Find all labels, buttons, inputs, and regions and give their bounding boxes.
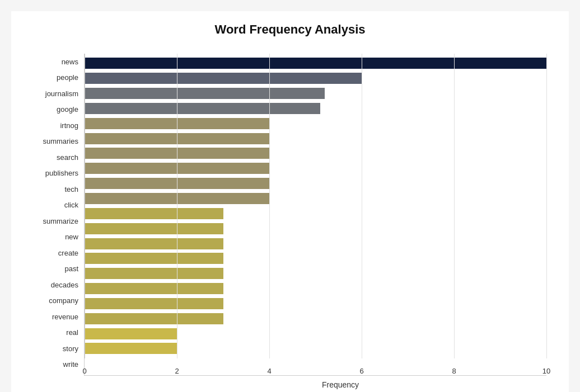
bar-row — [85, 162, 546, 174]
bars-rows — [85, 54, 546, 358]
bar — [85, 148, 269, 159]
x-tick-label: 8 — [452, 367, 456, 375]
bar-row — [85, 267, 546, 280]
bar — [85, 313, 223, 324]
y-label: real — [34, 325, 78, 341]
chart-title: Word Frequency Analysis — [34, 22, 546, 37]
y-label: irtnog — [34, 117, 78, 133]
bar-row — [85, 207, 546, 220]
x-tick-label: 6 — [359, 367, 363, 375]
y-label: write — [34, 357, 78, 372]
y-labels: newspeoplejournalismgoogleirtnogsummarie… — [34, 54, 84, 389]
bar — [85, 118, 269, 129]
bar — [85, 343, 177, 354]
bar-row — [85, 87, 546, 100]
bar-row — [85, 147, 546, 159]
y-label: revenue — [34, 309, 78, 324]
bar-row — [85, 57, 546, 69]
y-label: tech — [34, 181, 78, 197]
x-tick-label: 0 — [82, 367, 86, 375]
bar — [85, 58, 546, 69]
bar — [85, 253, 223, 264]
bar — [85, 223, 223, 234]
bar — [85, 103, 320, 114]
bar-row — [85, 177, 546, 190]
bar-row — [85, 328, 546, 340]
bar-row — [85, 238, 546, 250]
bar-row — [85, 342, 546, 355]
y-label: decades — [34, 277, 78, 292]
bar — [85, 208, 223, 219]
bar — [85, 328, 177, 339]
bar — [85, 193, 269, 204]
y-label: news — [34, 54, 78, 69]
y-label: summarize — [34, 213, 78, 229]
bar — [85, 298, 223, 309]
y-label: create — [34, 245, 78, 261]
bar-row — [85, 297, 546, 310]
bar-row — [85, 102, 546, 115]
y-label: google — [34, 102, 78, 117]
y-label: click — [34, 197, 78, 213]
x-tick-label: 10 — [542, 367, 550, 375]
y-label: summaries — [34, 134, 78, 149]
bar — [85, 238, 223, 249]
bar-row — [85, 133, 546, 145]
bar — [85, 178, 269, 189]
grid-line — [546, 54, 547, 358]
x-tick-label: 2 — [175, 367, 179, 375]
x-tick-label: 4 — [267, 367, 271, 375]
bar-row — [85, 117, 546, 130]
chart-container: Word Frequency Analysis newspeoplejourna… — [11, 11, 569, 392]
y-label: past — [34, 261, 78, 277]
bar-row — [85, 223, 546, 235]
y-label: new — [34, 229, 78, 245]
bar-row — [85, 192, 546, 205]
y-label: publishers — [34, 166, 78, 181]
bar — [85, 268, 223, 279]
y-label: company — [34, 293, 78, 309]
bar-row — [85, 72, 546, 84]
y-label: search — [34, 149, 78, 165]
bar-row — [85, 282, 546, 295]
bar — [85, 163, 269, 174]
bar — [85, 283, 223, 294]
x-axis-title: Frequency — [84, 380, 546, 389]
bar — [85, 88, 325, 99]
x-axis-labels: 0246810 — [85, 358, 546, 375]
y-label: story — [34, 341, 78, 356]
y-label: people — [34, 70, 78, 86]
bars-area: 0246810 — [84, 54, 546, 376]
chart-area: newspeoplejournalismgoogleirtnogsummarie… — [34, 54, 546, 389]
bar-row — [85, 252, 546, 265]
y-label: journalism — [34, 86, 78, 101]
bar — [85, 73, 362, 84]
bar — [85, 133, 269, 144]
bar-row — [85, 313, 546, 325]
